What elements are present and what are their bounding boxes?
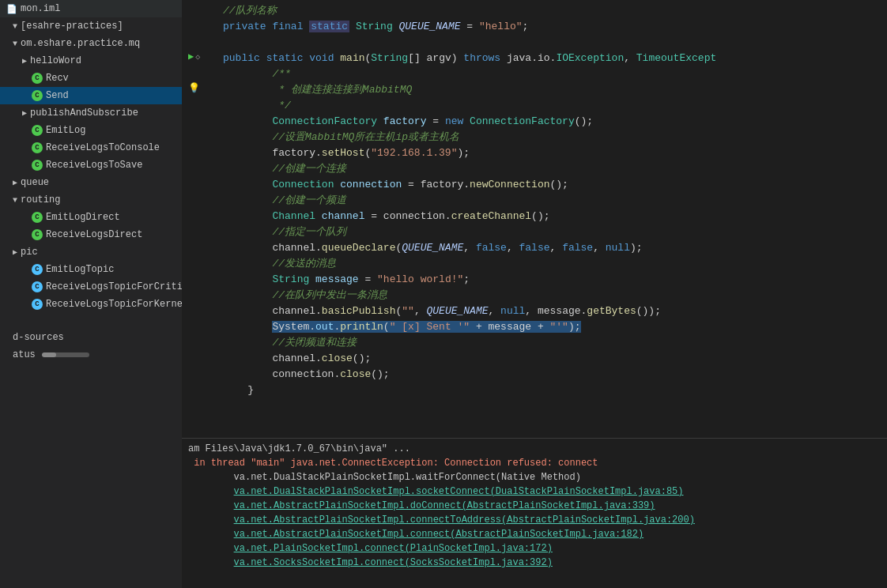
terminal-line-8[interactable]: va.net.PlainSocketImpl.connect(PlainSock… [188, 541, 881, 556]
code-line-8: ConnectionFactory factory = new Connecti… [182, 114, 887, 130]
code-line-14: Channel channel = connection.createChann… [182, 209, 887, 224]
code-line-6: 💡 * 创建连接连接到MabbitMQ [182, 82, 887, 98]
sidebar-recvlogsdirect-label: ReceiveLogsDirect [46, 229, 142, 240]
sidebar-publish-label: publishAndSubscribe [30, 107, 138, 119]
code-line-11: //创建一个连接 [182, 161, 887, 177]
sidebar-item-helloword[interactable]: ▶ helloWord [0, 52, 182, 70]
sidebar-emitlogtopic-label: EmitLogTopic [46, 264, 114, 275]
sidebar-file-label: mon.iml [21, 3, 60, 14]
arrow-right-icon: ▶ [22, 108, 27, 118]
class-icon-emitlog: C [32, 125, 43, 136]
terminal-line-3: va.net.DualStackPlainSocketImpl.waitForC… [188, 470, 881, 484]
terminal[interactable]: am Files\Java\jdk1.7.0_67\bin\java" ... … [182, 438, 887, 588]
class-icon-send: C [32, 90, 43, 101]
terminal-line-1: am Files\Java\jdk1.7.0_67\bin\java" ... [188, 442, 881, 456]
lightbulb-icon[interactable]: 💡 [188, 82, 200, 94]
terminal-line-6[interactable]: va.net.AbstractPlainSocketImpl.connectTo… [188, 513, 881, 527]
run-icon[interactable]: ▶ [188, 51, 194, 62]
sidebar-item-routing[interactable]: ▼ routing [0, 191, 182, 209]
code-line-24: connection.close(); [182, 367, 887, 383]
sidebar-item-emitlogdirect[interactable]: C EmitLogDirect [0, 209, 182, 226]
sidebar: 📄 mon.iml ▼ [esahre-practices] ▼ om.esha… [0, 0, 182, 588]
class-icon-emitlogdirect: C [32, 212, 43, 223]
sidebar-item-publish[interactable]: ▶ publishAndSubscribe [0, 104, 182, 122]
sidebar-item-iml[interactable]: 📄 mon.iml [0, 0, 182, 17]
sidebar-item-status[interactable]: atus [0, 346, 182, 364]
class-icon-recvtopicritical: C [32, 281, 43, 292]
sidebar-item-recvtopikernel[interactable]: C ReceiveLogsTopicForKernel [0, 296, 182, 313]
code-line-5: /** [182, 66, 887, 82]
arrow-right-icon: ▶ [22, 56, 27, 66]
class-icon-recvconsole: C [32, 142, 43, 153]
sidebar-queue-label: queue [21, 177, 49, 188]
sidebar-item-recv[interactable]: C Recv [0, 70, 182, 87]
sidebar-item-emitlogtopic[interactable]: C EmitLogTopic [0, 261, 182, 278]
code-line-12: Connection connection = factory.newConne… [182, 177, 887, 193]
arrow-down-icon: ▼ [13, 196, 17, 205]
class-icon-recvlogsdirect: C [32, 229, 43, 240]
sidebar-helloword-label: helloWord [30, 55, 81, 66]
sidebar-send-label: Send [46, 90, 69, 101]
sidebar-item-emitlog[interactable]: C EmitLog [0, 122, 182, 139]
sidebar-item-queue[interactable]: ▶ queue [0, 174, 182, 191]
code-line-9: //设置MabbitMQ所在主机ip或者主机名 [182, 130, 887, 145]
sidebar-item-recv-console[interactable]: C ReceiveLogsToConsole [0, 139, 182, 156]
code-line-18: String message = "hello world!"; [182, 272, 887, 288]
code-line-17: //发送的消息 [182, 256, 887, 272]
terminal-line-7[interactable]: va.net.AbstractPlainSocketImpl.connect(A… [188, 527, 881, 541]
sidebar-status-label: atus [13, 349, 36, 360]
file-icon: 📄 [6, 4, 17, 14]
sidebar-item-dsources[interactable]: d-sources [0, 329, 182, 346]
code-line-25: } [182, 383, 887, 398]
code-line-23: channel.close(); [182, 351, 887, 367]
code-line-15: //指定一个队列 [182, 224, 887, 240]
code-line-19: //在队列中发出一条消息 [182, 288, 887, 303]
sidebar-project-label[interactable]: ▼ [esahre-practices] [0, 17, 182, 35]
code-line-7: */ [182, 98, 887, 114]
sidebar-topic-label: pic [21, 247, 38, 258]
sidebar-package-label: om.eshare.practice.mq [21, 38, 140, 49]
terminal-line-9[interactable]: va.net.SocksSocketImpl.connect(SocksSock… [188, 556, 881, 570]
code-line-1: //队列名称 [182, 3, 887, 19]
sidebar-item-topic[interactable]: ▶ pic [0, 243, 182, 261]
sidebar-recvtopicritical-label: ReceiveLogsTopicForCritical [46, 281, 182, 292]
sidebar-recvtopikernel-label: ReceiveLogsTopicForKernel [46, 299, 182, 310]
terminal-line-5[interactable]: va.net.AbstractPlainSocketImpl.doConnect… [188, 499, 881, 513]
arrow-down-icon: ▼ [13, 22, 17, 31]
code-line-2: private final static String QUEUE_NAME =… [182, 19, 887, 35]
code-line-22: //关闭频道和连接 [182, 335, 887, 351]
breakpoint-icon[interactable]: ◇ [195, 52, 200, 62]
sidebar-recvconsole-label: ReceiveLogsToConsole [46, 142, 160, 153]
sidebar-item-recvlogsdirect[interactable]: C ReceiveLogsDirect [0, 226, 182, 243]
terminal-line-2: in thread "main" java.net.ConnectExcepti… [188, 456, 881, 470]
sidebar-item-recv-save[interactable]: C ReceiveLogsToSave [0, 156, 182, 174]
class-icon-recvtopikernel: C [32, 299, 43, 310]
arrow-right-icon: ▶ [13, 247, 17, 257]
terminal-line-4[interactable]: va.net.DualStackPlainSocketImpl.socketCo… [188, 484, 881, 499]
sidebar-emitlogdirect-label: EmitLogDirect [46, 212, 120, 223]
code-line-4: ▶ ◇ public static void main(String[] arg… [182, 51, 887, 66]
sidebar-emitlog-label: EmitLog [46, 125, 85, 136]
sidebar-item-send[interactable]: C Send [0, 87, 182, 104]
sidebar-routing-label: routing [21, 194, 60, 205]
code-line-3 [182, 35, 887, 51]
code-line-20: channel.basicPublish("", QUEUE_NAME, nul… [182, 303, 887, 319]
code-line-16: channel.queueDeclare(QUEUE_NAME, false, … [182, 240, 887, 256]
code-line-21: System.out.println(" [x] Sent '" + messa… [182, 319, 887, 335]
sidebar-project-text: [esahre-practices] [21, 21, 123, 32]
code-line-10: factory.setHost("192.168.1.39"); [182, 145, 887, 161]
code-editor[interactable]: //队列名称 private final static String QUEUE… [182, 0, 887, 438]
sidebar-recv-label: Recv [46, 73, 69, 84]
editor-area: //队列名称 private final static String QUEUE… [182, 0, 887, 588]
arrow-right-icon: ▶ [13, 178, 17, 187]
sidebar-item-com-eshare[interactable]: ▼ om.eshare.practice.mq [0, 35, 182, 52]
sidebar-item-recvtopicritical[interactable]: C ReceiveLogsTopicForCritical [0, 278, 182, 296]
sidebar-dsources-label: d-sources [13, 332, 64, 343]
arrow-down-icon: ▼ [13, 40, 17, 48]
class-icon-recvsave: C [32, 160, 43, 171]
class-icon-recv: C [32, 73, 43, 84]
code-line-13: //创建一个频道 [182, 193, 887, 209]
class-icon-emitlogtopic: C [32, 264, 43, 275]
sidebar-recvsave-label: ReceiveLogsToSave [46, 160, 142, 171]
